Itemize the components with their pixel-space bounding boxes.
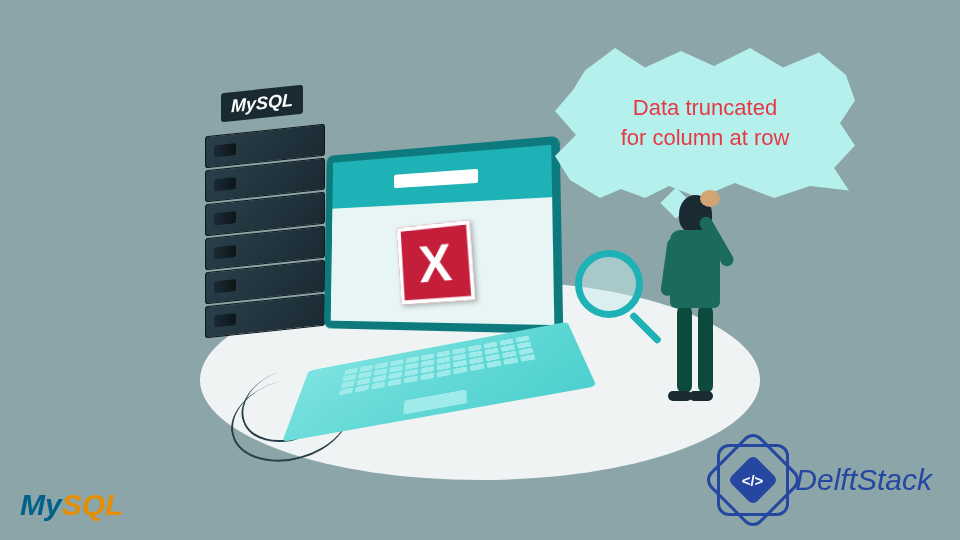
person-leg xyxy=(677,305,692,393)
error-box: X xyxy=(397,220,476,305)
speech-line-2: for column at row xyxy=(621,125,790,150)
server-rack: MySQL xyxy=(205,130,325,334)
person-body xyxy=(670,230,720,308)
speech-bubble: Data truncated for column at row xyxy=(555,48,855,198)
code-icon: </> xyxy=(742,472,764,489)
speech-line-1: Data truncated xyxy=(633,95,777,120)
magnifying-glass-icon xyxy=(575,250,643,318)
person-arm xyxy=(660,237,681,296)
laptop: X xyxy=(310,145,580,445)
delftstack-icon: </> xyxy=(717,444,789,516)
screen-body: X xyxy=(331,197,555,325)
laptop-screen: X xyxy=(324,136,563,334)
person-hand xyxy=(700,190,720,207)
mysql-logo: MySQL xyxy=(20,488,123,522)
person-legs xyxy=(650,305,740,401)
delftstack-logo: </> DelftStack xyxy=(717,444,932,516)
person-leg xyxy=(698,305,713,393)
error-x-icon: X xyxy=(417,231,454,294)
mysql-sql-text: SQL xyxy=(62,488,124,521)
confused-person-icon xyxy=(650,195,740,425)
delftstack-text: DelftStack xyxy=(795,463,932,497)
screen-content: X xyxy=(331,145,555,325)
speech-text: Data truncated for column at row xyxy=(621,93,790,152)
mysql-my-text: My xyxy=(20,488,62,521)
search-bar-icon xyxy=(394,169,478,188)
person-arm xyxy=(697,214,736,268)
person-foot xyxy=(689,391,713,401)
mysql-server-label: MySQL xyxy=(221,85,303,123)
magnifier-lens xyxy=(575,250,643,318)
laptop-base xyxy=(282,322,597,442)
